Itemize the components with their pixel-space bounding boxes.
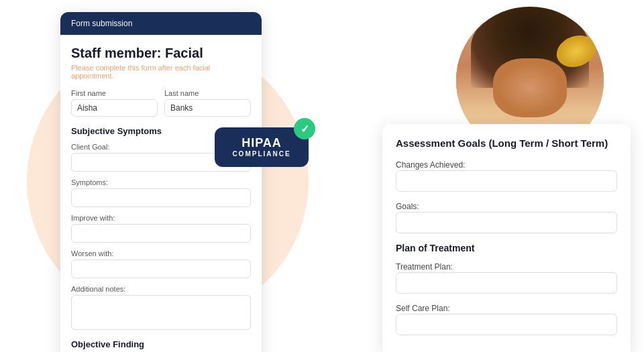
treatment-input[interactable]: [396, 272, 617, 294]
treatment-label: Treatment Plan:: [396, 262, 453, 272]
last-name-input[interactable]: [164, 99, 251, 117]
additional-notes-label: Additional notes:: [71, 285, 251, 293]
first-name-group: First name: [71, 89, 158, 117]
form-body: Staff member: Facial Please complete thi…: [60, 35, 262, 352]
worsen-with-input[interactable]: [71, 259, 251, 278]
first-name-label: First name: [71, 89, 158, 97]
worsen-with-field: Worsen with:: [71, 249, 251, 278]
first-name-input[interactable]: [71, 99, 158, 117]
worsen-with-label: Worsen with:: [71, 249, 251, 257]
form-title: Staff member: Facial: [71, 46, 251, 61]
hipaa-check-icon: ✓: [294, 118, 315, 139]
form-header-label: Form submission: [71, 19, 132, 28]
hipaa-subtext: COMPLIANCE: [228, 150, 295, 158]
additional-notes-input[interactable]: [71, 295, 251, 330]
form-card: Form submission Staff member: Facial Ple…: [60, 12, 262, 352]
self-care-field: Self Care Plan:: [396, 302, 617, 335]
improve-with-label: Improve with:: [71, 214, 251, 222]
form-subtitle: Please complete this form after each fac…: [71, 64, 251, 80]
additional-notes-field: Additional notes:: [71, 285, 251, 333]
right-panel: Assessment Goals (Long Term / Short Term…: [322, 0, 644, 352]
photo-face: [493, 58, 567, 117]
improve-with-input[interactable]: [71, 224, 251, 243]
hipaa-badge: ✓ HIPAA COMPLIANCE: [215, 127, 309, 167]
self-care-input[interactable]: [396, 314, 617, 335]
symptoms-label: Symptoms:: [71, 178, 251, 186]
objective-section-title: Objective Finding: [71, 339, 251, 349]
name-row: First name Last name: [71, 89, 251, 117]
last-name-label: Last name: [164, 89, 251, 97]
changes-label: Changes Achieved:: [396, 160, 465, 170]
hipaa-text: HIPAA: [228, 137, 295, 150]
assessment-card: Assessment Goals (Long Term / Short Term…: [382, 124, 631, 352]
changes-input[interactable]: [396, 170, 617, 192]
self-care-label: Self Care Plan:: [396, 304, 450, 313]
goals-label: Goals:: [396, 202, 419, 211]
treatment-plan-field: Treatment Plan:: [396, 260, 617, 294]
assessment-title: Assessment Goals (Long Term / Short Term…: [396, 137, 617, 149]
changes-achieved-field: Changes Achieved:: [396, 158, 617, 192]
symptoms-field: Symptoms:: [71, 178, 251, 207]
goals-input[interactable]: [396, 212, 617, 233]
improve-with-field: Improve with:: [71, 214, 251, 243]
symptoms-input[interactable]: [71, 188, 251, 207]
last-name-group: Last name: [164, 89, 251, 117]
plan-title: Plan of Treatment: [396, 243, 617, 253]
goals-field: Goals:: [396, 200, 617, 233]
form-header: Form submission: [60, 12, 262, 35]
